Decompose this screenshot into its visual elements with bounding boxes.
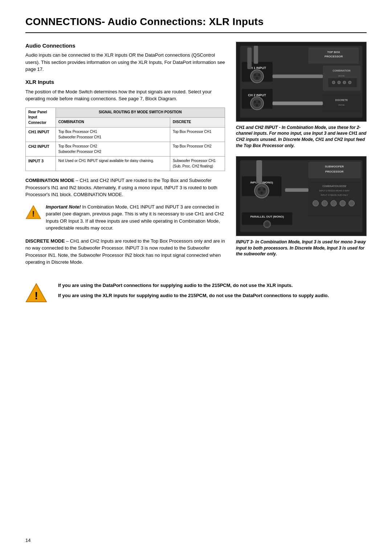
top-panel-svg: TOP BOX PROCESSOR CH 1 INPUT: [236, 42, 366, 121]
svg-text:!: !: [32, 209, 34, 218]
bottom-warnings-section: ! If you are using the DataPort connecti…: [25, 282, 367, 304]
table-row: CH2 INPUTTop Box Processor CH2Subwoofer …: [26, 142, 225, 157]
svg-point-13: [256, 77, 258, 79]
svg-point-56: [340, 200, 346, 206]
svg-text:SUBWOOFER: SUBWOOFER: [325, 165, 344, 168]
routing-table: Rear PanelInputConnector SIGNAL ROUTING …: [25, 108, 225, 171]
bottom-warning-2: If you are using the XLR inputs for supp…: [58, 292, 329, 300]
svg-rect-45: [256, 160, 262, 183]
top-photo-content: TOP BOX PROCESSOR CH 1 INPUT: [236, 42, 366, 121]
svg-rect-35: [273, 101, 323, 105]
svg-point-10: [253, 72, 261, 81]
svg-point-55: [331, 200, 336, 206]
svg-rect-15: [254, 46, 258, 64]
svg-text:MODE: MODE: [338, 104, 345, 106]
svg-point-42: [258, 188, 261, 190]
top-photo: TOP BOX PROCESSOR CH 1 INPUT: [236, 42, 367, 122]
bottom-warning-1: If you are using the DataPort connection…: [58, 282, 329, 289]
table-row-discrete-0: Top Box Processor CH1: [170, 127, 225, 142]
svg-point-29: [343, 81, 346, 84]
xlr-inputs-heading: XLR Inputs: [25, 78, 225, 86]
svg-point-43: [263, 188, 265, 190]
table-row: INPUT 3Not Used or CH1 INPUT signal avai…: [26, 157, 225, 171]
page-number: 14: [25, 537, 30, 544]
table-header-rear: Rear PanelInputConnector: [26, 108, 56, 127]
svg-point-54: [322, 200, 327, 206]
svg-text:PROCESSOR: PROCESSOR: [325, 170, 344, 173]
svg-text:INPUT 3 FEEDS SUB ONLY: INPUT 3 FEEDS SUB ONLY: [320, 194, 348, 196]
table-header-main: SIGNAL ROUTING BY MODE SWITCH POSITION: [56, 108, 225, 117]
svg-text:!: !: [34, 289, 38, 301]
combination-mode-title: COMBINATION MODE: [25, 178, 74, 183]
svg-point-61: [265, 222, 269, 226]
table-row-label-1: CH2 INPUT: [26, 142, 56, 157]
table-header-discrete: DISCRETE: [170, 117, 225, 127]
bottom-photo: INPUT 3 (MONO) SUBWOOFER PROCESSOR COM: [236, 156, 367, 236]
table-row: CH1 INPUTTop Box Processor CH1Subwoofer …: [26, 127, 225, 142]
page-title: CONNECTIONS- Audio Connections: XLR Inpu…: [25, 15, 367, 33]
table-row-combination-2: Not Used or CH1 INPUT signal available f…: [56, 157, 170, 171]
warning-triangle-icon: !: [25, 204, 41, 220]
svg-point-28: [338, 81, 340, 84]
discrete-mode-section: DISCRETE MODE – CH1 and CH2 Inputs are r…: [25, 238, 225, 266]
table-row-label-0: CH1 INPUT: [26, 127, 56, 142]
left-column: Audio Connections Audio inputs can be co…: [25, 42, 225, 271]
svg-rect-31: [323, 94, 360, 112]
discrete-mode-title: DISCRETE MODE: [25, 238, 65, 244]
svg-point-53: [313, 200, 319, 206]
svg-point-11: [254, 74, 256, 76]
svg-text:DISCRETE: DISCRETE: [335, 98, 348, 101]
table-header-combination: COMBINATION: [56, 117, 170, 127]
table-row-discrete-2: Subwoofer Processor CH1(Sub. Proc. CH2 f…: [170, 157, 225, 171]
right-column: TOP BOX PROCESSOR CH 1 INPUT: [236, 42, 367, 271]
svg-point-57: [349, 200, 355, 206]
svg-text:INPUT 3 FEEDS MONO 3-WAY: INPUT 3 FEEDS MONO 3-WAY: [319, 190, 350, 192]
bottom-photo-caption: INPUT 3- In Combination Mode, Input 3 is…: [236, 239, 367, 257]
note-title: Important Note!: [46, 204, 81, 210]
svg-point-44: [261, 191, 263, 194]
svg-text:TOP BOX: TOP BOX: [327, 50, 340, 53]
top-photo-caption: CH1 and CH2 INPUT - In Combination Mode,…: [236, 125, 367, 149]
bottom-photo-content: INPUT 3 (MONO) SUBWOOFER PROCESSOR COM: [236, 157, 366, 236]
audio-connections-heading: Audio Connections: [25, 42, 225, 50]
svg-point-27: [332, 81, 335, 84]
bottom-warning-triangle-icon: !: [25, 282, 47, 304]
audio-connections-body: Audio inputs can be connected to the XLR…: [25, 52, 225, 73]
svg-point-20: [254, 101, 256, 103]
bottom-panel-svg: INPUT 3 (MONO) SUBWOOFER PROCESSOR COM: [236, 157, 366, 236]
svg-rect-62: [285, 188, 308, 192]
svg-point-22: [256, 104, 258, 106]
bottom-warnings-text: If you are using the DataPort connection…: [58, 282, 329, 303]
important-note-text: Important Note! In Combination Mode, CH1…: [46, 203, 225, 232]
svg-point-30: [348, 81, 351, 84]
svg-point-21: [258, 101, 260, 103]
xlr-inputs-body: The position of the Mode Switch determin…: [25, 88, 225, 102]
table-row-label-2: INPUT 3: [26, 157, 56, 171]
svg-text:PROCESSOR: PROCESSOR: [324, 54, 343, 58]
svg-text:COMBINATION: COMBINATION: [332, 69, 350, 72]
table-row-combination-1: Top Box Processor CH2Subwoofer Processor…: [56, 142, 170, 157]
svg-text:PARALLEL OUT (MONO): PARALLEL OUT (MONO): [250, 215, 284, 218]
svg-text:CH 2 INPUT: CH 2 INPUT: [248, 93, 266, 97]
svg-rect-34: [273, 74, 323, 78]
important-note-box: ! Important Note! In Combination Mode, C…: [25, 203, 225, 232]
combination-mode-section: COMBINATION MODE – CH1 and CH2 INPUT are…: [25, 177, 225, 198]
svg-rect-14: [247, 47, 252, 69]
table-row-discrete-1: Top Box Processor CH2: [170, 142, 225, 157]
svg-point-19: [253, 99, 261, 108]
svg-text:MODE: MODE: [338, 75, 345, 77]
table-row-combination-0: Top Box Processor CH1Subwoofer Processor…: [56, 127, 170, 142]
svg-text:COMBINATION MODE: COMBINATION MODE: [322, 185, 347, 187]
svg-point-12: [258, 74, 260, 76]
